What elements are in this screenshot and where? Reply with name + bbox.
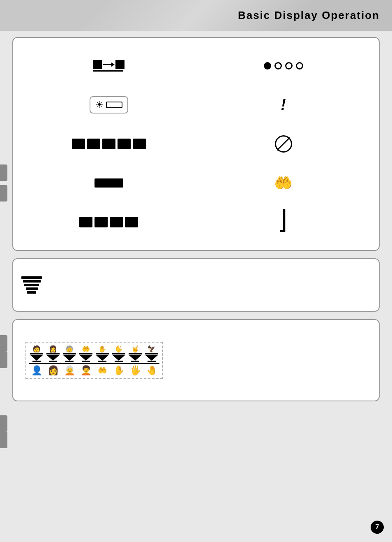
- funnel-line-2: [23, 280, 41, 283]
- block-b3: [110, 217, 123, 227]
- icon-ghost-6: 🖐: [115, 345, 123, 353]
- bottom-icon-3: 🧑‍🦳: [62, 365, 77, 376]
- transfer-icon: [93, 60, 125, 72]
- icon-funnel-6: [112, 355, 125, 361]
- icon-stem-6: [115, 361, 123, 362]
- block-b2: [95, 217, 108, 227]
- person-icon-1: 👤: [31, 365, 42, 376]
- hand-icon-3: 🖐: [130, 365, 141, 376]
- connector-tab-4: [0, 352, 7, 368]
- icon-cell-8: 🦅: [144, 345, 159, 362]
- icon-selector-container: 🧑 👩 🧓: [21, 328, 371, 392]
- icon-ghost-1: 🧑: [32, 345, 41, 353]
- brightness-icon: ☀: [90, 96, 128, 113]
- prohibited-icon: [275, 135, 292, 153]
- connector-tab-6: [0, 432, 7, 448]
- funnel-icon: [21, 276, 42, 294]
- four-blocks-icon: [79, 217, 138, 227]
- bottom-icon-2: 👩: [45, 365, 61, 376]
- sun-icon: ☀: [95, 100, 104, 110]
- icon-stem-5: [98, 361, 106, 362]
- hand-icon-1: 🤲: [98, 366, 107, 375]
- icon-funnel-8: [145, 355, 158, 361]
- icon-funnel-4: [79, 355, 92, 361]
- block-b1: [79, 217, 92, 227]
- five-blocks-cell: [21, 124, 196, 163]
- xfer-box-left: [93, 60, 102, 69]
- xfer-box-right: [115, 60, 125, 69]
- icon-bar-6: [112, 353, 125, 354]
- icon-bar-4: [79, 353, 92, 354]
- no-symbol-cell: [196, 124, 371, 163]
- icon-cell-4: 🤲: [78, 345, 94, 362]
- icon-cell-2: 👩: [45, 345, 61, 362]
- block-2: [87, 139, 100, 149]
- transfer-icon-cell: [21, 46, 196, 85]
- icon-cell-1: 🧑: [29, 345, 44, 362]
- icon-top-row: 🧑 👩 🧓: [29, 345, 159, 362]
- icon-cell-7: 🤘: [127, 345, 143, 362]
- bottom-icon-6: ✋: [111, 365, 127, 376]
- person-icon-3: 🧑‍🦳: [64, 365, 75, 376]
- icon-ghost-2: 👩: [49, 345, 57, 353]
- bottom-icon-1: 👤: [29, 365, 44, 376]
- icon-ghost-5: ✋: [98, 345, 106, 353]
- header-bar: Basic Display Operation: [0, 0, 392, 31]
- dot-outline-2: [285, 62, 293, 69]
- icon-grid: ☀ !: [21, 46, 371, 242]
- two-hands-icon: 🤲: [274, 174, 293, 192]
- dot-outline-3: [296, 62, 303, 69]
- icon-ghost-4: 🤲: [82, 345, 90, 353]
- block-b4: [125, 217, 138, 227]
- icon-funnel-3: [63, 355, 76, 361]
- block-5: [133, 139, 146, 149]
- exclamation-icon: !: [281, 96, 286, 113]
- icon-funnel-7: [129, 355, 142, 361]
- four-blocks-bottom-cell: [21, 203, 196, 242]
- xfer-bottom-bar: [93, 70, 123, 72]
- block-4: [118, 139, 131, 149]
- icon-bottom-row: 👤 👩 🧑‍🦳 🧑‍🦱 🤲 ✋: [29, 365, 159, 376]
- five-blocks-icon: [72, 139, 146, 149]
- icon-bar-3: [63, 353, 76, 354]
- bottom-icon-5: 🤲: [95, 365, 110, 376]
- icon-bar-8: [145, 353, 158, 354]
- icon-bar-2: [46, 353, 60, 354]
- connector-tab-5: [0, 415, 7, 432]
- icon-stem-3: [65, 361, 74, 362]
- page-title: Basic Display Operation: [238, 9, 380, 22]
- hand-icon-4: 🤚: [146, 365, 157, 376]
- small-block-icon: [95, 178, 123, 188]
- icon-stem-7: [131, 361, 139, 362]
- icon-selector-box: 🧑 👩 🧓: [12, 319, 380, 401]
- small-block-cell: [21, 164, 196, 203]
- funnel-line-1: [21, 276, 42, 279]
- hand-icon-2: ✋: [113, 365, 125, 376]
- corner-bracket-icon: ⌋: [276, 207, 291, 233]
- funnel-container: [21, 267, 371, 303]
- funnel-line-5: [27, 291, 36, 294]
- bottom-icon-4: 🧑‍🦱: [78, 365, 94, 376]
- icon-ghost-7: 🤘: [131, 345, 139, 353]
- icon-stem-2: [49, 361, 57, 362]
- icon-funnel-5: [96, 355, 109, 361]
- four-dots-icon: [264, 62, 303, 69]
- block-3: [102, 139, 115, 149]
- icon-stem-4: [82, 361, 90, 362]
- dot-filled-1: [264, 62, 271, 69]
- brightness-widget-cell: ☀: [21, 85, 196, 124]
- dot-outline-1: [274, 62, 282, 69]
- icon-ghost-8: 🦅: [148, 345, 156, 353]
- main-icon-grid-box: ☀ !: [12, 37, 380, 251]
- icon-stem-1: [32, 361, 41, 362]
- person-icon-4: 🧑‍🦱: [81, 365, 92, 376]
- connector-tab-1: [0, 164, 7, 181]
- icon-bar-5: [96, 353, 109, 354]
- icon-selector-grid: 🧑 👩 🧓: [25, 342, 163, 379]
- icon-funnel-1: [30, 355, 43, 361]
- icon-cell-6: 🖐: [111, 345, 127, 362]
- funnel-line-3: [24, 284, 39, 286]
- icon-ghost-3: 🧓: [65, 345, 74, 353]
- bottom-icon-7: 🖐: [127, 365, 143, 376]
- bracket-cell: ⌋: [196, 203, 371, 242]
